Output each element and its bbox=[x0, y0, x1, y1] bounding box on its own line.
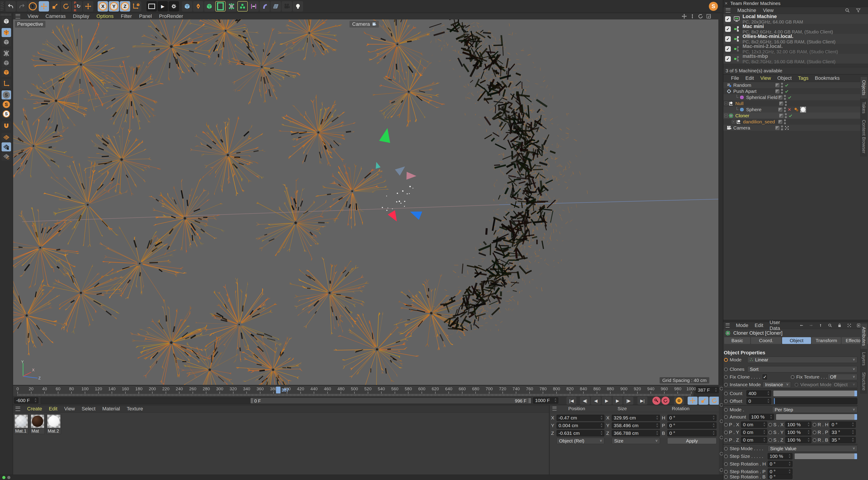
machine-row[interactable]: ✓ Local MachinePC, 20x3GHz, 64.00 GB RAM bbox=[723, 14, 868, 24]
layer-toggle[interactable] bbox=[778, 120, 782, 124]
attr-menu-edit[interactable]: Edit bbox=[754, 322, 764, 328]
texture-mode-button[interactable] bbox=[2, 37, 11, 46]
layer-toggle[interactable] bbox=[775, 89, 779, 93]
filter-icon[interactable] bbox=[856, 8, 861, 13]
visibility-dots[interactable] bbox=[781, 89, 783, 94]
rot-b-field[interactable]: 0 °˄˅ bbox=[667, 430, 717, 437]
size-y-field[interactable]: 358.496 cm˄˅ bbox=[612, 422, 660, 429]
om-menu-file[interactable]: File bbox=[731, 75, 739, 81]
om-menu-object[interactable]: Object bbox=[777, 75, 792, 81]
layer-toggle[interactable] bbox=[779, 114, 783, 118]
light-button[interactable] bbox=[293, 1, 303, 11]
object-row-spherical-field[interactable]: └ Spherical Field bbox=[723, 94, 861, 100]
range-end-handle[interactable] bbox=[529, 398, 530, 403]
visibility-dots[interactable] bbox=[781, 125, 783, 130]
layer-toggle[interactable] bbox=[778, 107, 782, 111]
account-badge[interactable]: S bbox=[709, 2, 718, 11]
autokey-button[interactable] bbox=[661, 396, 670, 405]
visibility-dots[interactable] bbox=[785, 113, 787, 118]
team-render-menu-view[interactable]: View bbox=[763, 7, 774, 13]
offset-field[interactable]: 0˄˅ bbox=[746, 398, 771, 404]
viewport[interactable]: Perspective Camera Grid Spacing : 40 cm … bbox=[13, 20, 718, 385]
anim-knob[interactable] bbox=[724, 470, 728, 474]
disabled-cross-icon[interactable] bbox=[787, 107, 792, 111]
search-icon[interactable] bbox=[828, 323, 832, 328]
goto-end-button[interactable]: ▶| bbox=[638, 396, 647, 405]
r-h-field[interactable]: 0 °˄˅ bbox=[830, 421, 856, 428]
visibility-dots[interactable] bbox=[784, 119, 786, 124]
solo-single-button[interactable]: S bbox=[2, 109, 11, 119]
floor-button[interactable] bbox=[271, 1, 281, 11]
play-button[interactable]: ▶ bbox=[602, 396, 612, 405]
viewport-zoom-icon[interactable] bbox=[690, 14, 695, 19]
anim-knob[interactable] bbox=[813, 423, 816, 427]
machine-checkbox[interactable]: ✓ bbox=[725, 16, 731, 22]
pen-spline-button[interactable] bbox=[193, 1, 204, 11]
apply-button[interactable]: Apply bbox=[667, 438, 717, 444]
attr-menu-userdata[interactable]: User Data bbox=[769, 320, 789, 331]
object-row-push-apart[interactable]: Push Apart bbox=[723, 88, 861, 94]
amount-slider[interactable] bbox=[776, 414, 857, 420]
prev-key-button[interactable]: ◀| bbox=[580, 396, 590, 405]
s-x-field[interactable]: 100 %˄˅ bbox=[785, 421, 811, 428]
machine-checkbox[interactable]: ✓ bbox=[725, 56, 731, 62]
object-row-camera[interactable]: Camera bbox=[723, 125, 861, 131]
om-menu-view[interactable]: View bbox=[760, 75, 771, 81]
viewport-menu-filter[interactable]: Filter bbox=[121, 13, 132, 19]
lock-y-axis-button[interactable]: Y bbox=[109, 1, 119, 11]
make-editable-button[interactable] bbox=[2, 17, 11, 26]
material-item[interactable]: Mat bbox=[30, 414, 45, 434]
anim-knob[interactable] bbox=[724, 430, 728, 434]
anim-knob[interactable] bbox=[813, 438, 816, 442]
model-mode-button[interactable] bbox=[2, 28, 11, 37]
anim-knob[interactable] bbox=[724, 383, 728, 387]
p-y-field[interactable]: 0 cm˄˅ bbox=[741, 429, 767, 436]
step-mode-dropdown-top[interactable]: Per Step˅ bbox=[772, 407, 857, 413]
mode-dropdown[interactable]: ∴Linear˅ bbox=[747, 357, 857, 363]
pos-z-field[interactable]: -0.631 cm˄˅ bbox=[557, 430, 604, 437]
om-menu-edit[interactable]: Edit bbox=[745, 75, 754, 81]
machine-checkbox[interactable]: ✓ bbox=[725, 26, 731, 32]
tab-coord[interactable]: Coord. bbox=[751, 337, 781, 344]
toolbar-grip[interactable] bbox=[0, 1, 4, 11]
forward-arrow-icon[interactable] bbox=[809, 323, 813, 328]
pos-x-field[interactable]: -0.47 cm˄˅ bbox=[557, 415, 604, 421]
timeline-ruler[interactable]: 0204060801001201401601802002202402602803… bbox=[13, 385, 693, 396]
anim-knob[interactable] bbox=[724, 367, 728, 371]
attribute-menu-icon[interactable] bbox=[725, 323, 730, 327]
om-menu-bookmarks[interactable]: Bookmarks bbox=[814, 75, 840, 81]
tab-basic[interactable]: Basic bbox=[724, 337, 750, 344]
anim-knob[interactable] bbox=[768, 438, 772, 442]
fix-texture-dropdown[interactable]: Off˅ bbox=[828, 374, 857, 380]
viewport-menu-icon[interactable] bbox=[16, 14, 20, 18]
reset-workplane-button[interactable] bbox=[2, 152, 11, 161]
timeline-range-slider[interactable]: 0 F 996 F bbox=[41, 397, 532, 404]
tab-content-browser[interactable]: Content Browser bbox=[860, 117, 867, 157]
snap-button[interactable] bbox=[2, 121, 11, 130]
redo-button[interactable] bbox=[17, 1, 27, 11]
object-row-null[interactable]: − Null bbox=[723, 100, 861, 106]
anim-knob[interactable] bbox=[724, 454, 728, 458]
layer-toggle[interactable] bbox=[775, 126, 779, 130]
record-keyframe-button[interactable] bbox=[652, 396, 660, 405]
rotate-tool-button[interactable] bbox=[61, 1, 71, 11]
current-frame-field[interactable]: 387 F˄˅ bbox=[696, 387, 719, 393]
team-render-menu-icon[interactable] bbox=[726, 8, 731, 12]
viewport-menu-display[interactable]: Display bbox=[72, 13, 90, 19]
count-slider[interactable] bbox=[773, 390, 857, 396]
p-z-field[interactable]: 0 cm˄˅ bbox=[741, 437, 767, 443]
size-mode-dropdown[interactable]: Size˅ bbox=[612, 438, 660, 444]
anim-knob[interactable] bbox=[724, 375, 728, 379]
render-picture-viewer-button[interactable]: ▶ bbox=[158, 1, 168, 11]
anim-knob[interactable] bbox=[724, 475, 728, 479]
tab-layers[interactable]: Layers bbox=[860, 349, 867, 369]
machine-checkbox[interactable]: ✓ bbox=[725, 46, 731, 52]
offset-slider[interactable] bbox=[773, 398, 857, 404]
material-menu-edit[interactable]: Edit bbox=[49, 406, 58, 412]
object-row-cloner[interactable]: − Cloner bbox=[723, 113, 861, 119]
r-p-field[interactable]: 33 °˄˅ bbox=[830, 429, 856, 436]
machine-row[interactable]: ✓ matts-mbpPC, 8x2.7GHz, 16.00 GB RAM, (… bbox=[723, 54, 868, 64]
bend-deformer-button[interactable] bbox=[259, 1, 270, 11]
viewport-mode-dropdown[interactable]: Object˅ bbox=[831, 381, 857, 388]
p-x-field[interactable]: 0 cm˄˅ bbox=[741, 421, 767, 428]
